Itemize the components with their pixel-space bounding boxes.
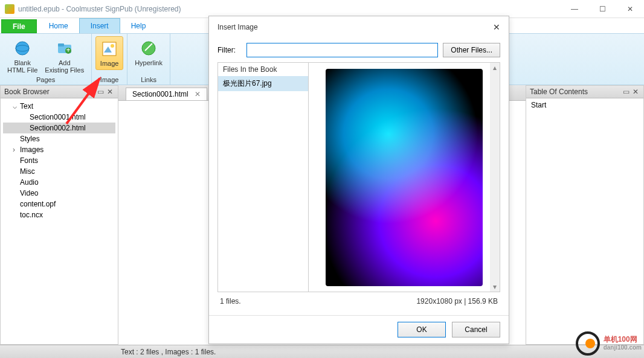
- editor-tab[interactable]: Section0001.html ✕: [126, 88, 207, 100]
- tree-label: Audio: [20, 178, 39, 187]
- file-list[interactable]: Files In the Book 极光图片67.jpg: [218, 63, 309, 292]
- svg-point-9: [142, 42, 155, 55]
- menu-help[interactable]: Help: [120, 18, 157, 33]
- dialog-close-icon[interactable]: ✕: [493, 22, 500, 32]
- window-title: untitled.epub - Coolmuster SignPub (Unre…: [18, 5, 181, 13]
- other-files-button[interactable]: Other Files...: [443, 43, 500, 57]
- hyperlink-label: Hyperlink: [135, 59, 163, 66]
- ok-button[interactable]: OK: [398, 322, 446, 337]
- svg-text:+: +: [66, 46, 70, 54]
- tree-expand-icon[interactable]: ⌵: [13, 102, 20, 110]
- image-icon: [100, 39, 119, 59]
- app-icon: [5, 4, 14, 14]
- maximize-button[interactable]: ☐: [588, 0, 616, 18]
- tree-row[interactable]: Audio: [3, 177, 115, 188]
- group-image-label: Image: [100, 76, 119, 83]
- tree-row[interactable]: toc.ncx: [3, 209, 115, 220]
- tree-row[interactable]: Styles: [3, 133, 115, 144]
- tab-close-icon[interactable]: ✕: [195, 90, 201, 98]
- file-list-item[interactable]: 极光图片67.jpg: [218, 76, 308, 91]
- tree-label: Images: [20, 145, 43, 154]
- blank-html-label: Blank HTML File: [7, 59, 37, 74]
- panel-close-icon[interactable]: ✕: [106, 88, 114, 96]
- tree-label: Section0001.html: [30, 113, 86, 121]
- dialog-titlebar: Insert Image ✕: [209, 16, 509, 38]
- close-button[interactable]: ✕: [616, 0, 644, 18]
- tree-row[interactable]: ›Images: [3, 144, 115, 155]
- hyperlink-button[interactable]: Hyperlink: [131, 36, 166, 69]
- filter-input[interactable]: [246, 43, 438, 57]
- tree-row[interactable]: Video: [3, 188, 115, 199]
- tree-row[interactable]: Section0001.html: [3, 112, 115, 123]
- hyperlink-globe-icon: [139, 39, 158, 58]
- book-browser-panel: Book Browser ▭ ✕ ⌵TextSection0001.htmlSe…: [0, 85, 118, 345]
- tree-row[interactable]: ⌵Text: [3, 101, 115, 112]
- minimize-button[interactable]: —: [561, 0, 588, 18]
- tree-row[interactable]: Fonts: [3, 155, 115, 166]
- preview-thumbnail: [326, 69, 483, 286]
- image-dimensions-text: 1920x1080 px | 156.9 KB: [416, 297, 498, 305]
- filter-label: Filter:: [217, 46, 242, 54]
- tree-label: Video: [20, 189, 38, 197]
- panel-undock-icon[interactable]: ▭: [622, 88, 630, 96]
- insert-image-dialog: Insert Image ✕ Filter: Other Files... Fi…: [208, 16, 509, 344]
- svg-point-0: [16, 42, 29, 55]
- statusbar: Text : 2 files , Images : 1 files.: [0, 345, 644, 358]
- status-text: Text : 2 files , Images : 1 files.: [121, 348, 216, 356]
- file-list-header: Files In the Book: [218, 63, 308, 76]
- folder-add-icon: +: [55, 39, 74, 58]
- image-label: Image: [100, 60, 119, 67]
- group-pages-label: Pages: [36, 76, 55, 83]
- toc-panel: Table Of Contents ▭ ✕ Start: [526, 85, 644, 345]
- tree-label: Section0002.html: [30, 124, 86, 132]
- panel-close-icon[interactable]: ✕: [631, 88, 640, 96]
- globe-icon: [13, 39, 32, 58]
- toc-item[interactable]: Start: [531, 101, 639, 109]
- menu-home[interactable]: Home: [38, 18, 79, 33]
- blank-html-button[interactable]: Blank HTML File: [4, 36, 41, 76]
- tree-label: Text: [20, 102, 33, 110]
- add-existing-button[interactable]: + Add Existing Files: [41, 36, 88, 76]
- group-links-label: Links: [141, 76, 156, 83]
- tree-row[interactable]: Section0002.html: [3, 123, 115, 133]
- menu-file[interactable]: File: [1, 19, 37, 33]
- image-preview: ▴ ▾: [309, 63, 500, 292]
- tree-row[interactable]: Misc: [3, 166, 115, 177]
- tree-row[interactable]: content.opf: [3, 199, 115, 209]
- add-existing-label: Add Existing Files: [45, 59, 84, 74]
- book-browser-tree[interactable]: ⌵TextSection0001.htmlSection0002.htmlSty…: [1, 98, 118, 344]
- insert-image-button[interactable]: Image: [95, 36, 123, 70]
- file-count-text: 1 files.: [220, 297, 241, 305]
- menu-insert[interactable]: Insert: [79, 18, 120, 33]
- dialog-title: Insert Image: [217, 23, 258, 31]
- tree-label: toc.ncx: [20, 211, 43, 219]
- scroll-down-icon[interactable]: ▾: [490, 282, 500, 292]
- tree-label: content.opf: [20, 200, 56, 208]
- editor-tab-label: Section0001.html: [132, 90, 188, 98]
- scroll-up-icon[interactable]: ▴: [490, 63, 500, 72]
- tree-label: Fonts: [20, 156, 38, 165]
- preview-scrollbar[interactable]: ▴ ▾: [490, 63, 500, 292]
- panel-undock-icon[interactable]: ▭: [96, 88, 105, 96]
- book-browser-header: Book Browser ▭ ✕: [1, 86, 118, 98]
- toc-header: Table Of Contents ▭ ✕: [526, 86, 643, 98]
- tree-expand-icon[interactable]: ›: [13, 145, 20, 154]
- svg-point-8: [111, 44, 114, 48]
- svg-rect-3: [58, 43, 64, 46]
- tree-label: Misc: [20, 167, 35, 176]
- cancel-button[interactable]: Cancel: [452, 322, 500, 337]
- tree-label: Styles: [20, 135, 40, 143]
- toc-body[interactable]: Start: [526, 98, 643, 344]
